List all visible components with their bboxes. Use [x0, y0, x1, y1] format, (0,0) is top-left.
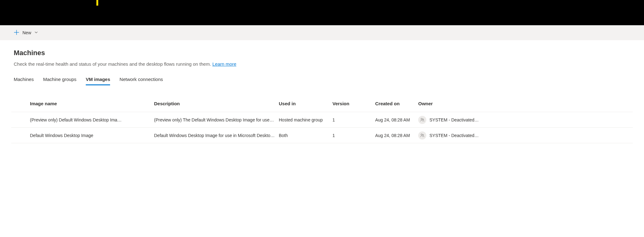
col-header-owner[interactable]: Owner	[418, 101, 633, 106]
chevron-down-icon	[34, 30, 38, 35]
page-subtitle-text: Check the real-time health and status of…	[14, 61, 212, 67]
svg-point-4	[421, 134, 422, 135]
svg-point-2	[421, 118, 422, 119]
top-bar	[0, 0, 644, 25]
new-button[interactable]: New	[12, 27, 39, 39]
cell-created-on: Aug 24, 08:28 AM	[375, 117, 418, 122]
col-header-description[interactable]: Description	[154, 101, 279, 106]
page-subtitle: Check the real-time health and status of…	[14, 61, 630, 67]
cell-owner: SYSTEM - Deactivated…	[418, 116, 633, 124]
cell-version: 1	[332, 133, 375, 138]
cell-used-in: Hosted machine group	[279, 117, 332, 122]
vm-images-table: Image name Description Used in Version C…	[11, 101, 633, 143]
cell-version: 1	[332, 117, 375, 122]
content-region: Machines Check the real-time health and …	[0, 40, 644, 143]
svg-point-5	[423, 134, 424, 135]
tab-machine-groups[interactable]: Machine groups	[43, 74, 76, 85]
command-bar: New	[0, 25, 644, 40]
tab-network-connections[interactable]: Network connections	[119, 74, 163, 85]
cell-owner-text: SYSTEM - Deactivated…	[429, 133, 629, 138]
table-header-row: Image name Description Used in Version C…	[11, 101, 633, 112]
new-button-label: New	[22, 30, 31, 35]
tab-machines[interactable]: Machines	[14, 74, 34, 85]
cell-description: (Preview only) The Default Windows Deskt…	[154, 117, 279, 122]
cell-owner-text: SYSTEM - Deactivated…	[429, 117, 629, 122]
col-header-select	[11, 101, 30, 106]
plus-icon	[14, 30, 19, 36]
owner-avatar-icon	[418, 131, 426, 140]
table-row[interactable]: (Preview only) Default Windows Desktop I…	[11, 112, 633, 128]
owner-avatar-icon	[418, 116, 426, 124]
cell-used-in: Both	[279, 133, 332, 138]
col-header-used-in[interactable]: Used in	[279, 101, 332, 106]
cell-description: Default Windows Desktop Image for use in…	[154, 133, 279, 138]
yellow-marker	[96, 0, 98, 6]
tab-vm-images[interactable]: VM images	[86, 74, 110, 85]
page-title: Machines	[14, 49, 630, 57]
col-header-owner-text: Owner	[418, 101, 433, 106]
cell-image-name[interactable]: (Preview only) Default Windows Desktop I…	[30, 117, 154, 122]
cell-created-on: Aug 24, 08:28 AM	[375, 133, 418, 138]
learn-more-link[interactable]: Learn more	[212, 61, 236, 67]
tabs: Machines Machine groups VM images Networ…	[14, 74, 630, 85]
cell-image-name[interactable]: Default Windows Desktop Image	[30, 133, 154, 138]
cell-owner: SYSTEM - Deactivated…	[418, 131, 633, 140]
table-row[interactable]: Default Windows Desktop Image Default Wi…	[11, 128, 633, 143]
col-header-image-name[interactable]: Image name	[30, 101, 154, 106]
col-header-created-on[interactable]: Created on	[375, 101, 418, 106]
col-header-version[interactable]: Version	[332, 101, 375, 106]
svg-point-3	[423, 119, 424, 120]
